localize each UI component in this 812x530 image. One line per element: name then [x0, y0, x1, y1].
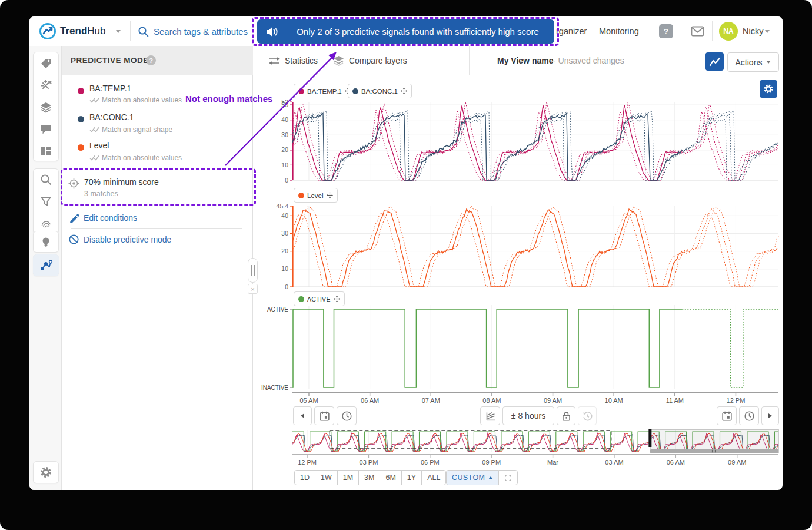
svg-text:40: 40	[281, 116, 288, 123]
compare-scales-button[interactable]	[480, 406, 500, 425]
topbar-divider	[130, 21, 131, 41]
panel-resize-handle[interactable]	[248, 258, 258, 283]
history-button[interactable]	[578, 406, 597, 425]
range-6m[interactable]: 6M	[380, 470, 401, 485]
time-window-button[interactable]: ± 8 hours	[502, 406, 554, 425]
panel-help-icon[interactable]: ?	[146, 55, 156, 65]
arrow-left-icon	[300, 413, 305, 419]
sidebar-item-tags[interactable]	[33, 52, 59, 74]
app-logo[interactable]: TrendHub	[60, 25, 105, 37]
actions-button[interactable]: Actions	[727, 52, 779, 72]
svg-text:05 AM: 05 AM	[299, 397, 318, 404]
screen: TrendHub Search tags & attributes Only 2…	[0, 0, 812, 530]
app-window: TrendHub Search tags & attributes Only 2…	[29, 16, 783, 490]
range-1w[interactable]: 1W	[315, 470, 338, 485]
calendar-icon	[319, 410, 330, 422]
panel-title: PREDICTIVE MODE	[71, 56, 149, 65]
legend-chip-ba-temp-1[interactable]: BA:TEMP.1	[294, 84, 356, 98]
time-window-label: ± 8 hours	[511, 411, 545, 420]
topbar-divider	[651, 21, 651, 41]
tab-compare-layers[interactable]: Compare layers	[349, 56, 407, 65]
signal-name[interactable]: Level	[89, 141, 109, 150]
pan-right-button[interactable]	[761, 406, 779, 425]
logo-bold: Trend	[60, 25, 87, 37]
header-divider	[469, 46, 470, 75]
unsaved-changes: - Unsaved changes	[553, 56, 624, 65]
svg-text:09 PM: 09 PM	[482, 459, 501, 466]
sidebar-item-dashboard[interactable]	[33, 140, 59, 161]
legend-chip-ba-conc-1[interactable]: BA:CONC.1	[348, 84, 412, 98]
legend-dot	[298, 296, 304, 302]
range-1m[interactable]: 1M	[337, 470, 359, 485]
legend-label: Level	[307, 192, 324, 199]
range-custom[interactable]: CUSTOM	[446, 470, 499, 485]
legend-label: ACTIVE	[307, 296, 331, 303]
expand-range-button[interactable]	[498, 470, 518, 485]
legend-chip-active[interactable]: ACTIVE	[294, 292, 345, 306]
disable-predictive-icon	[68, 234, 79, 245]
double-check-icon	[89, 155, 99, 161]
search-input[interactable]: Search tags & attributes	[154, 26, 248, 37]
expand-icon	[504, 474, 512, 482]
end-calendar-button[interactable]	[717, 406, 737, 425]
user-name[interactable]: Nicky	[743, 26, 763, 36]
sidebar-item-formulas[interactable]	[33, 74, 59, 96]
lock-window-button[interactable]	[557, 406, 575, 425]
sidebar-item-settings[interactable]	[33, 461, 59, 483]
rail-search-icon	[39, 173, 52, 186]
compare-layers-icon	[332, 55, 345, 67]
notification-banner[interactable]: Only 2 of 3 predictive signals found wit…	[257, 19, 554, 44]
nav-monitoring[interactable]: Monitoring	[599, 26, 639, 36]
move-icon[interactable]	[401, 88, 407, 94]
move-icon[interactable]	[334, 296, 340, 302]
svg-text:06 PM: 06 PM	[421, 459, 440, 466]
end-time-button[interactable]	[739, 406, 759, 425]
range-1y[interactable]: 1Y	[401, 470, 422, 485]
disable-predictive-link[interactable]: Disable predictive mode	[84, 235, 171, 244]
svg-text:ACTIVE: ACTIVE	[267, 306, 288, 313]
svg-text:50: 50	[281, 101, 288, 108]
topbar-divider	[683, 21, 683, 41]
view-name: My View name	[497, 56, 553, 65]
logo-chevron-down-icon[interactable]	[116, 30, 121, 33]
legend-label: BA:TEMP.1	[307, 88, 342, 95]
range-3m[interactable]: 3M	[358, 470, 380, 485]
header-divider	[320, 46, 320, 75]
sidebar-item-comments[interactable]	[33, 118, 59, 140]
start-calendar-button[interactable]	[314, 406, 334, 425]
minimum-score[interactable]: 70% minimum score	[84, 177, 159, 187]
layers-icon	[39, 101, 52, 114]
signal-name[interactable]: BA:TEMP.1	[89, 84, 131, 93]
sidebar-item-search[interactable]	[33, 168, 59, 190]
pan-left-button[interactable]	[293, 406, 312, 425]
custom-chevron-up-icon	[488, 476, 493, 479]
trend-charts[interactable]: 525040302010045.4403020100ACTIVEINACTIVE…	[253, 75, 783, 490]
signal-dot	[78, 116, 84, 122]
legend-chip-level[interactable]: Level	[294, 188, 338, 203]
sidebar-item-layers[interactable]	[33, 96, 59, 118]
edit-conditions-link[interactable]: Edit conditions	[84, 213, 137, 223]
svg-text:30: 30	[281, 131, 288, 138]
banner-message: Only 2 of 3 predictive signals found wit…	[287, 26, 554, 37]
tab-statistics[interactable]: Statistics	[285, 56, 318, 65]
mail-icon[interactable]	[691, 26, 704, 37]
sidebar-item-filter[interactable]	[33, 190, 59, 212]
avatar[interactable]: NA	[719, 22, 738, 41]
signal-name[interactable]: BA:CONC.1	[89, 112, 134, 122]
panel-close-button[interactable]: ×	[248, 284, 258, 294]
sidebar-item-predictive[interactable]	[33, 254, 59, 276]
svg-text:09 AM: 09 AM	[544, 397, 562, 404]
user-chevron-down-icon[interactable]	[765, 30, 770, 33]
chart-view-button[interactable]	[705, 52, 724, 71]
nav-organizer[interactable]: rganizer	[556, 26, 587, 36]
move-icon[interactable]	[327, 192, 333, 198]
svg-text:30: 30	[281, 230, 288, 237]
chart-settings-button[interactable]	[760, 80, 777, 98]
signal-match-type: Match on absolute values	[102, 154, 182, 162]
range-all[interactable]: ALL	[421, 470, 446, 485]
range-1d[interactable]: 1D	[294, 470, 315, 485]
start-time-button[interactable]	[337, 406, 357, 425]
legend-dot	[298, 88, 304, 94]
sidebar-item-recommendations[interactable]	[33, 231, 59, 253]
help-icon[interactable]: ?	[659, 24, 673, 38]
